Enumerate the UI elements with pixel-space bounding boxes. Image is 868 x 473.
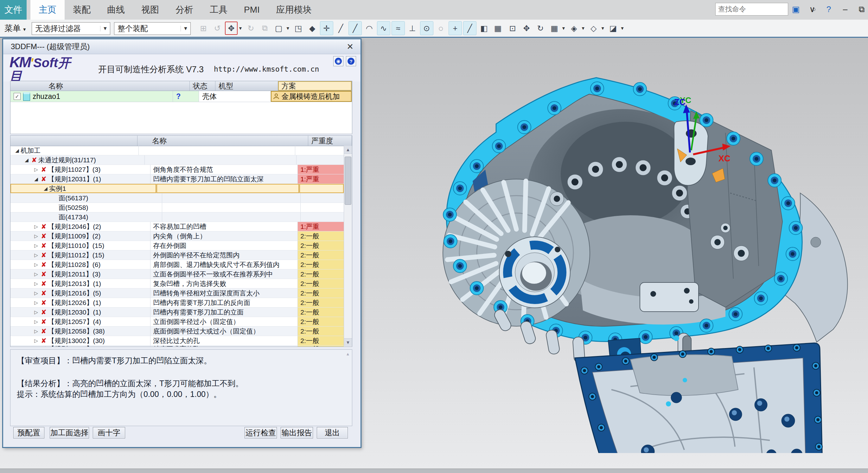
rules-col-name[interactable]: 名称 (137, 136, 308, 146)
menu-button[interactable]: 菜单 ▾ (4, 23, 26, 34)
dropdown-arrow-icon[interactable]: ▼ (581, 26, 585, 31)
minimize-icon[interactable]: – (840, 4, 850, 14)
tree-collapse-icon[interactable]: ◢ (23, 157, 30, 163)
cross-axis-icon[interactable]: + (448, 21, 462, 35)
tree-expand-icon[interactable]: ▷ (33, 328, 40, 334)
curve-mesh-icon[interactable]: ▦ (492, 22, 504, 35)
remember-constraints-icon[interactable]: ⧉ (258, 22, 271, 35)
show-dof-icon[interactable]: ↻ (245, 22, 257, 35)
tree-collapse-icon[interactable]: ◢ (13, 148, 21, 153)
ribbon-collapse-icon[interactable]: ∨ (807, 4, 818, 14)
rule-tree-row[interactable]: ▷✘【规则13004】(264)精度要求高的孔2:一般 (10, 346, 344, 347)
dropdown-arrow-icon[interactable]: ▼ (286, 26, 290, 31)
tree-expand-icon[interactable]: ▷ (33, 271, 40, 277)
move-component-icon[interactable]: ↺ (211, 22, 224, 35)
rule-tree-row[interactable]: ▷✘【规则12058】(38)底面倒圆半径过大或过小（固定值）2:一般 (10, 327, 344, 336)
zoom-window-icon[interactable]: ⊡ (506, 22, 519, 35)
dialog-close-icon[interactable]: ✕ (347, 42, 361, 52)
assembly-constraints-icon[interactable]: ✥ (225, 22, 238, 35)
dropdown-arrow-icon[interactable]: ▼ (561, 26, 566, 31)
ribbon-tab-装配[interactable]: 装配 (65, 0, 99, 20)
command-search-box[interactable]: ⌕ (715, 3, 788, 16)
tree-expand-icon[interactable]: ▷ (33, 309, 40, 315)
rule-tree-row[interactable]: ▷✘【规则12013】(1)复杂凹槽，方向选择失败2:一般 (10, 279, 344, 289)
rule-tree-row[interactable]: ▷✘【规则12057】(4)立面倒圆半径过小（固定值）2:一般 (10, 317, 344, 327)
tree-expand-icon[interactable]: ▷ (33, 300, 40, 305)
ribbon-tab-曲线[interactable]: 曲线 (99, 0, 133, 20)
sketch-line-icon[interactable]: ╱ (463, 21, 476, 35)
line-icon[interactable]: ╱ (335, 22, 347, 35)
rule-tree-row[interactable]: 面(50258) (10, 203, 344, 212)
rule-tree-row[interactable]: ◢✘【规则12031】(1)凹槽内需要T形刀加工的凹陷立面太深1:严重 (10, 174, 344, 184)
surface-patch-icon[interactable]: ◧ (478, 22, 490, 35)
button-输出报告[interactable]: 输出报告 (281, 427, 313, 439)
rule-tree-row[interactable]: ▷✘【规则13002】(30)深径比过大的孔2:一般 (10, 336, 344, 346)
tree-expand-icon[interactable]: ▷ (33, 262, 40, 268)
col-header-machine[interactable]: 机型 (215, 81, 278, 91)
dropdown-arrow-icon[interactable]: ▼ (238, 26, 243, 31)
tree-expand-icon[interactable]: ▷ (33, 281, 40, 287)
render-style-icon[interactable]: ◈ (568, 22, 580, 35)
ribbon-tab-主页[interactable]: 主页 (30, 0, 65, 20)
tree-expand-icon[interactable]: ▷ (33, 290, 40, 296)
tree-expand-icon[interactable]: ▷ (33, 243, 40, 248)
scroll-down-icon[interactable]: ▼ (344, 338, 352, 346)
dialog-title-bar[interactable]: 3DDFM--- (超级管理员) ✕ (3, 39, 361, 54)
col-header-status[interactable]: 状态 (190, 81, 215, 91)
col-header-scheme[interactable]: 方案 (278, 81, 352, 91)
dropdown-arrow-icon[interactable]: ▼ (620, 26, 625, 31)
ellipse-icon[interactable]: ◌ (435, 22, 447, 35)
scrollbar-thumb[interactable] (345, 157, 351, 205)
info-scroll-up-icon[interactable]: ▲ (344, 350, 351, 357)
dropdown-arrow-icon[interactable]: ▼ (601, 26, 605, 31)
add-component-icon[interactable]: ⊞ (197, 22, 210, 35)
ribbon-tab-分析[interactable]: 分析 (167, 0, 202, 20)
button-运行检查[interactable]: 运行检查 (245, 427, 277, 439)
button-画十字[interactable]: 画十字 (93, 427, 125, 439)
rule-tree-row[interactable]: ▷✘【规则12026】(1)凹槽内有需要T形刀加工的反向面2:一般 (10, 298, 344, 307)
selection-scope-dropdown[interactable]: 整个装配▼ (114, 22, 191, 35)
part-checkbox[interactable]: ✓ (13, 93, 21, 100)
extrude-icon[interactable]: ◆ (306, 22, 319, 35)
profile-line-icon[interactable]: ╱ (348, 21, 362, 35)
rule-tree-row[interactable]: ▷✘【规则11012】(15)外倒圆的半径不在给定范围内2:一般 (10, 250, 344, 260)
rule-tree-row[interactable]: ▷✘【规则12011】(3)立面各倒圆半径不一致或不在推荐系列中2:一般 (10, 269, 344, 279)
tree-expand-icon[interactable]: ▷ (33, 233, 40, 239)
rule-tree-row[interactable]: ▷✘【规则11009】(2)内尖角（倒角上）2:一般 (10, 231, 344, 241)
studio-spline-icon[interactable]: ∿ (377, 21, 390, 35)
fit-curve-icon[interactable]: ≈ (392, 21, 405, 35)
rule-tree-row[interactable]: ▷✘【规则12030】(1)凹槽内有需要T形刀加工的立面2:一般 (10, 307, 344, 317)
tree-collapse-icon[interactable]: ◢ (33, 176, 40, 182)
point-on-curve-icon[interactable]: ⊥ (406, 22, 419, 35)
arc-icon[interactable]: ◠ (363, 22, 376, 35)
rule-tree-row[interactable]: ▷✘【规则12046】(2)不容易加工的凹槽1:严重 (10, 222, 344, 231)
point-icon[interactable]: ✛ (320, 21, 333, 35)
tree-expand-icon[interactable]: ▷ (33, 319, 40, 325)
dropdown-arrow-icon[interactable]: ▼ (100, 26, 110, 31)
rule-tree-row[interactable]: ◢实例1 (10, 184, 344, 194)
col-header-name[interactable]: 名称 (10, 81, 190, 91)
scroll-up-icon[interactable]: ▲ (344, 146, 352, 154)
user-icon[interactable]: ◉ (333, 56, 343, 66)
ribbon-tab-视图[interactable]: 视图 (133, 0, 167, 20)
rule-tree-row[interactable]: ▷✘【规则12016】(5)凹槽转角半径相对立面深度而言太小2:一般 (10, 289, 344, 298)
rotate-view-icon[interactable]: ↻ (534, 22, 547, 35)
orient-view-icon[interactable]: ◇ (587, 22, 600, 35)
rules-scrollbar[interactable]: ▲ ▼ (344, 146, 352, 346)
rule-tree-row[interactable]: ◢✘未通过规则(31/117) (10, 155, 344, 165)
edit-section-icon[interactable]: ◪ (607, 22, 620, 35)
tree-expand-icon[interactable]: ▷ (33, 346, 40, 347)
restore-window-icon[interactable]: ⧉ (856, 4, 867, 14)
rule-tree-row[interactable]: ▷✘【规则11027】(3)倒角角度不符合规范1:严重 (10, 165, 344, 174)
ribbon-tab-应用模块[interactable]: 应用模块 (268, 0, 320, 20)
rule-tree-row[interactable]: ▷✘【规则11028】(6)肩部倒圆、退刀槽缺失或尺寸不在系列值内2:一般 (10, 260, 344, 269)
tree-expand-icon[interactable]: ▷ (33, 338, 40, 344)
tree-expand-icon[interactable]: ▷ (33, 224, 40, 230)
tree-expand-icon[interactable]: ▷ (33, 253, 40, 258)
rule-tree-row[interactable]: 面(41734) (10, 212, 344, 222)
fit-view-icon[interactable]: ▦ (548, 22, 561, 35)
file-menu-tab[interactable]: 文件 (0, 0, 27, 20)
fullscreen-icon[interactable]: ▣ (790, 4, 801, 14)
tree-expand-icon[interactable]: ▷ (33, 167, 40, 173)
rule-tree-row[interactable]: ▷✘【规则11010】(15)存在外倒圆2:一般 (10, 241, 344, 250)
